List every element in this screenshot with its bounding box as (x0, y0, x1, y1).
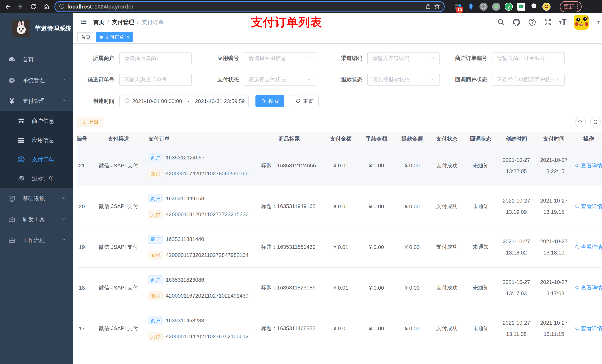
view-details-link[interactable]: 查看详情 (575, 243, 602, 251)
cell-title: 标题：1635312124656 (256, 145, 323, 186)
view-details-link[interactable]: 查看详情 (575, 284, 602, 291)
app-select[interactable]: 请选择应用信息 (244, 52, 316, 64)
date-range-picker[interactable]: 2021-10-01 00:00:00 - 2021-10-31 23:59:5… (119, 95, 249, 107)
export-button[interactable]: 导出 (77, 117, 103, 127)
ext-dot-icon[interactable] (492, 3, 500, 11)
pay-tag: 支付 (148, 169, 163, 178)
cell-create-time: 2021-10-2713:18:02 (498, 227, 535, 268)
sidebar-item-label: 研发工具 (22, 216, 61, 223)
monitor-chart-icon (8, 195, 16, 202)
sidebar-item-system[interactable]: 系统管理 (0, 70, 73, 91)
sidebar-item-infra[interactable]: 基础设施 (0, 188, 73, 209)
logo-rabbit-image (12, 20, 30, 37)
view-details-link[interactable]: 查看详情 (575, 162, 602, 169)
merchant-order-no: 1635311881440 (166, 236, 204, 242)
cell-notify-status: 未通知 (464, 186, 498, 227)
sidebar-item-app-info[interactable]: 应用信息 (0, 131, 73, 150)
pay-submenu: 商户信息 应用信息 支付订单 退款订单 (0, 111, 73, 188)
search-button[interactable]: 搜索 (256, 95, 284, 107)
channel-pay-no: 4200001167202110271022491439 (166, 293, 248, 299)
github-icon[interactable] (512, 18, 521, 26)
profile-emoji-icon[interactable] (542, 3, 550, 11)
cell-refund: ¥ 0.00 (394, 186, 430, 227)
sidebar-collapse-icon[interactable] (80, 18, 87, 26)
pay-status-select[interactable]: 请选择支付状态 (244, 74, 316, 86)
reset-button[interactable]: 重置 (290, 95, 319, 107)
fullscreen-icon[interactable] (544, 18, 552, 26)
grid-icon (17, 137, 25, 144)
ext-cmd-icon[interactable]: ⌘ (479, 3, 488, 11)
notify-status-select[interactable]: 请选择订单回调商户状态 (492, 74, 565, 86)
channel-order-no-input[interactable]: 请输入渠道订单号 (119, 74, 192, 86)
merchant-select[interactable]: 请选择所属商户 (119, 52, 192, 64)
table-row: 20 微信 JSAPI 支付 商户1635311949168 支付4200001… (77, 186, 602, 227)
table-row: 21 微信 JSAPI 支付 商户1635312124657 支付4200001… (77, 145, 602, 186)
browser-menu-icon[interactable] (577, 4, 578, 9)
header-search-icon[interactable] (497, 18, 505, 26)
ext-diamond-icon[interactable]: 10 (454, 3, 462, 11)
merchant-order-no-input[interactable]: 请输入商户订单编号 (492, 52, 565, 64)
tab-pay-order[interactable]: 支付订单× (96, 32, 133, 42)
cell-refund (394, 349, 430, 364)
cell-pay-time: 2021-10-2713:19:15 (535, 186, 573, 227)
refresh-button[interactable] (590, 116, 601, 127)
view-details-link[interactable]: 查看详情 (575, 203, 602, 210)
extensions-puzzle-icon[interactable] (530, 3, 538, 11)
help-icon[interactable] (528, 18, 536, 26)
filter-notify-status: 回调商户状态 请选择订单回调商户状态 (448, 74, 602, 86)
user-avatar[interactable] (574, 15, 589, 30)
date-start[interactable]: 2021-10-01 00:00:00 (132, 98, 182, 104)
pay-tag: 支付 (148, 210, 163, 219)
url-bar[interactable]: localhost:1024/pay/order (55, 2, 444, 11)
filter-label: 回调商户状态 (448, 76, 492, 83)
cell-actions: 查看详情 (573, 227, 602, 268)
toggle-search-button[interactable] (575, 116, 586, 127)
browser-update-button[interactable]: 更新 (560, 1, 582, 12)
avatar-caret-icon[interactable]: ▼ (596, 20, 601, 25)
site-info-icon[interactable] (59, 3, 65, 10)
chevron-down-icon (61, 237, 67, 244)
table-row: 17 微信 JSAPI 支付 商户1635311468233 支付4200001… (77, 308, 602, 349)
sidebar-item-refund-order[interactable]: 退款订单 (0, 169, 73, 188)
tab-home[interactable]: 首页 (77, 32, 94, 42)
yen-circle-icon (17, 156, 25, 163)
channel-code-select[interactable]: 请输入渠道编码 (367, 52, 440, 64)
col-fee: 手续金额 (359, 132, 395, 145)
sidebar-item-pay[interactable]: ¥ 支付管理 (0, 91, 73, 111)
refund-status-select[interactable]: 请选择退款状态 (367, 74, 440, 86)
cell-id: 17 (77, 308, 94, 349)
app-logo[interactable]: 芋道管理系统 (0, 13, 73, 44)
filter-label: 渠道订单号 (77, 76, 119, 83)
sidebar-item-devtools[interactable]: 研发工具 (0, 209, 73, 230)
home-icon[interactable] (42, 3, 50, 11)
back-icon[interactable] (3, 3, 11, 11)
breadcrumb: 首页 / 支付管理 / 支付订单 (93, 19, 164, 26)
bookmark-star-icon[interactable] (434, 3, 440, 10)
breadcrumb-home[interactable]: 首页 (93, 19, 104, 26)
date-end[interactable]: 2021-10-31 23:59:59 (195, 98, 245, 104)
browser-chrome: localhost:1024/pay/order 10 ⌘ y 更新 (0, 0, 602, 13)
cell-id: 20 (77, 186, 94, 227)
cell-channel: 微信 JSAPI 支付 (94, 145, 143, 186)
cell-amount: ¥ 0.01 (323, 268, 359, 308)
order-table-body: 21 微信 JSAPI 支付 商户1635312124657 支付4200001… (77, 145, 602, 364)
ext-y-icon[interactable]: y (505, 3, 513, 11)
cell-fee: ¥ 0.00 (359, 308, 395, 349)
cell-channel (94, 349, 143, 364)
col-actions: 操作 (573, 132, 602, 145)
close-tab-icon[interactable]: × (127, 35, 129, 40)
font-size-icon[interactable]: тT (559, 18, 567, 27)
sidebar-item-merchant-info[interactable]: 商户信息 (0, 111, 73, 131)
sidebar-item-home[interactable]: 首页 (0, 49, 73, 70)
share-icon[interactable] (425, 3, 431, 10)
table-row: 商户1635311251736 支付 (77, 349, 602, 364)
view-details-link[interactable]: 查看详情 (575, 325, 602, 332)
ext-chat-icon[interactable] (517, 3, 525, 11)
ext-gem-icon[interactable] (467, 3, 475, 11)
tags-view: 首页 支付订单× (73, 31, 602, 44)
breadcrumb-pay[interactable]: 支付管理 (112, 19, 134, 26)
sidebar-item-pay-order[interactable]: 支付订单 (0, 150, 73, 169)
reload-icon[interactable] (29, 3, 37, 11)
sidebar-item-workflow[interactable]: 工作流程 (0, 230, 73, 250)
forward-icon[interactable] (16, 3, 24, 11)
